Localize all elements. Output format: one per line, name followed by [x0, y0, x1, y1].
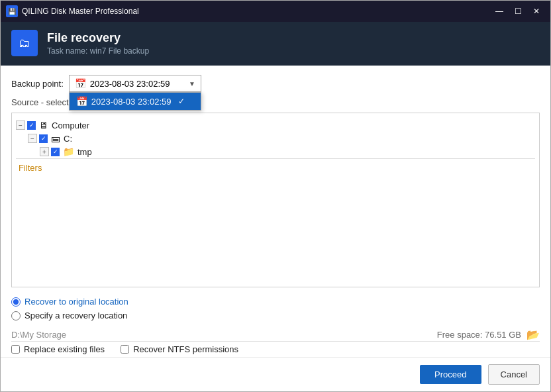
tree-toggle-c[interactable]: − — [28, 134, 37, 143]
radio-row-original: Recover to original location — [11, 297, 540, 307]
calendar-option-icon: 📅 — [76, 96, 87, 107]
backup-point-dropdown-container: 📅 2023-08-03 23:02:59 ▼ 📅 2023-08-03 23:… — [69, 75, 201, 92]
recovery-path-text: D:\My Storage — [11, 330, 437, 340]
window-controls: — ☐ ✕ — [491, 4, 545, 19]
dropdown-option-0-label: 2023-08-03 23:02:59 — [91, 97, 172, 107]
dropdown-arrow-icon: ▼ — [189, 80, 195, 87]
backup-point-value: 2023-08-03 23:02:59 — [90, 79, 185, 89]
recovery-path-row: D:\My Storage Free space: 76.51 GB 📂 — [1, 328, 550, 341]
page-title: File recovery — [47, 31, 149, 45]
radio-specify-location[interactable] — [11, 311, 21, 320]
calendar-icon: 📅 — [75, 78, 86, 89]
free-space-text: Free space: 76.51 GB — [437, 330, 521, 340]
checkbox-row: Replace existing files Recover NTFS perm… — [1, 342, 550, 357]
task-name: Task name: win7 File backup — [47, 46, 149, 56]
minimize-button[interactable]: — — [491, 4, 508, 19]
content-area: Backup point: 📅 2023-08-03 23:02:59 ▼ 📅 … — [1, 66, 550, 297]
backup-point-dropdown-list: 📅 2023-08-03 23:02:59 ✓ — [69, 92, 201, 111]
tree-item-c[interactable]: − 🖴 C: — [28, 132, 535, 145]
header: 🗂 File recovery Task name: win7 File bac… — [1, 22, 550, 66]
browse-folder-button[interactable]: 📂 — [526, 328, 540, 341]
backup-point-label: Backup point: — [11, 79, 64, 89]
options-section: Recover to original location Specify a r… — [1, 297, 550, 327]
tree-label-c: C: — [64, 134, 72, 144]
tree-label-tmp: tmp — [77, 147, 92, 157]
tree-item-computer[interactable]: − 🖥 Computer — [16, 119, 535, 132]
titlebar: 💾 QILING Disk Master Professional — ☐ ✕ — [1, 1, 550, 22]
radio-row-specify: Specify a recovery location — [11, 311, 540, 320]
replace-files-label: Replace existing files — [24, 344, 105, 354]
tree-checkbox-computer[interactable] — [27, 121, 36, 130]
window-title: QILING Disk Master Professional — [22, 7, 491, 16]
folder-icon: 📁 — [63, 146, 74, 157]
dropdown-option-0[interactable]: 📅 2023-08-03 23:02:59 ✓ — [70, 93, 201, 110]
checkmark-icon: ✓ — [178, 97, 185, 106]
backup-point-dropdown[interactable]: 📅 2023-08-03 23:02:59 ▼ — [69, 75, 201, 92]
app-icon: 💾 — [6, 5, 18, 17]
filters-section: Filters — [16, 158, 535, 177]
header-text-block: File recovery Task name: win7 File backu… — [47, 31, 149, 56]
backup-point-row: Backup point: 📅 2023-08-03 23:02:59 ▼ 📅 … — [11, 75, 540, 92]
drive-icon: 🖴 — [51, 133, 60, 144]
tree-toggle-tmp[interactable]: + — [40, 147, 49, 156]
tree-item-tmp[interactable]: + 📁 tmp — [40, 145, 535, 158]
footer: Proceed Cancel — [1, 357, 550, 391]
tree-checkbox-c[interactable] — [39, 134, 48, 143]
ntfs-permissions-label: Recover NTFS permissions — [133, 344, 238, 354]
cancel-button[interactable]: Cancel — [488, 364, 540, 385]
tree-label-computer: Computer — [52, 121, 89, 130]
radio-original-label: Recover to original location — [25, 297, 128, 307]
checkbox-ntfs-permissions: Recover NTFS permissions — [121, 344, 238, 354]
radio-original-location[interactable] — [11, 297, 21, 307]
file-tree[interactable]: − 🖥 Computer − 🖴 C: + 📁 tmp Filter — [11, 113, 540, 287]
main-window: 💾 QILING Disk Master Professional — ☐ ✕ … — [0, 0, 551, 392]
maximize-button[interactable]: ☐ — [509, 4, 526, 19]
tree-toggle-computer[interactable]: − — [16, 121, 25, 130]
checkbox-replace-files: Replace existing files — [11, 344, 105, 354]
tree-checkbox-tmp[interactable] — [51, 148, 60, 156]
close-button[interactable]: ✕ — [528, 4, 545, 19]
replace-files-checkbox[interactable] — [11, 345, 20, 354]
radio-specify-label: Specify a recovery location — [25, 311, 127, 320]
ntfs-permissions-checkbox[interactable] — [121, 345, 129, 354]
proceed-button[interactable]: Proceed — [420, 365, 481, 384]
computer-icon: 🖥 — [39, 120, 48, 130]
filters-label: Filters — [19, 163, 42, 173]
header-icon: 🗂 — [11, 30, 38, 56]
